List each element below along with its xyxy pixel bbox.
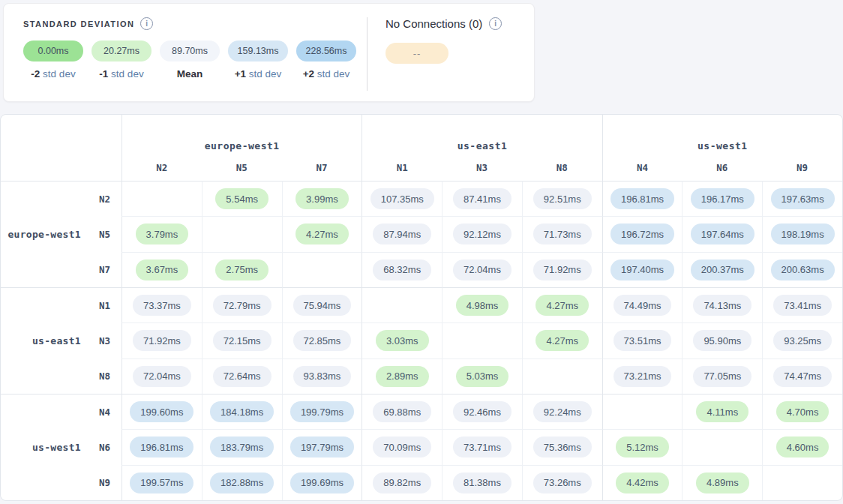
matrix-cell[interactable]: 3.99ms	[282, 181, 362, 216]
latency-pill[interactable]: 196.72ms	[610, 224, 674, 244]
matrix-cell[interactable]: 183.79ms	[202, 429, 282, 464]
latency-pill[interactable]: 200.63ms	[771, 260, 835, 280]
matrix-cell[interactable]: 196.72ms	[602, 216, 682, 251]
matrix-cell[interactable]: 92.24ms	[522, 394, 602, 429]
latency-pill[interactable]: 2.89ms	[376, 366, 429, 387]
latency-pill[interactable]: 4.60ms	[776, 436, 830, 458]
matrix-cell[interactable]: 92.12ms	[442, 216, 522, 251]
matrix-cell[interactable]: 200.63ms	[762, 252, 842, 287]
matrix-cell[interactable]: 4.60ms	[762, 429, 842, 464]
matrix-cell[interactable]: 71.92ms	[522, 252, 602, 287]
latency-pill[interactable]: 200.37ms	[691, 260, 754, 280]
matrix-cell[interactable]: 184.18ms	[202, 394, 282, 429]
latency-pill[interactable]: 72.04ms	[453, 260, 512, 280]
matrix-cell[interactable]: 73.41ms	[762, 287, 842, 322]
latency-pill[interactable]: 3.99ms	[296, 188, 349, 209]
latency-pill[interactable]: 4.11ms	[696, 401, 748, 422]
matrix-cell[interactable]: 197.63ms	[762, 181, 842, 216]
matrix-cell[interactable]: 70.09ms	[362, 429, 442, 464]
legend-pill[interactable]: 0.00ms	[23, 40, 83, 62]
latency-pill[interactable]: 199.60ms	[130, 401, 194, 422]
matrix-cell[interactable]: 72.04ms	[442, 252, 522, 287]
latency-pill[interactable]: 196.81ms	[610, 188, 674, 209]
no-connections-info-icon[interactable]: i	[489, 17, 502, 30]
matrix-cell[interactable]: 196.81ms	[122, 429, 202, 464]
matrix-cell[interactable]: 73.51ms	[602, 322, 682, 358]
legend-pill[interactable]: 20.27ms	[92, 40, 152, 62]
latency-pill[interactable]: 93.25ms	[773, 330, 832, 351]
matrix-cell[interactable]: 199.57ms	[122, 465, 202, 500]
latency-pill[interactable]: 4.98ms	[456, 295, 509, 316]
latency-pill[interactable]: 81.38ms	[453, 472, 512, 494]
latency-pill[interactable]: 68.32ms	[373, 260, 431, 280]
latency-pill[interactable]: 73.26ms	[533, 472, 592, 494]
matrix-cell[interactable]: 5.03ms	[442, 358, 522, 394]
latency-pill[interactable]: 4.27ms	[536, 330, 589, 351]
matrix-cell[interactable]: 92.46ms	[442, 394, 522, 429]
matrix-cell[interactable]: 87.41ms	[442, 181, 522, 216]
matrix-cell[interactable]: 73.26ms	[522, 465, 602, 500]
latency-pill[interactable]: 74.49ms	[614, 295, 672, 316]
latency-pill[interactable]: 69.88ms	[373, 401, 431, 422]
matrix-cell[interactable]: 4.89ms	[682, 465, 762, 500]
latency-pill[interactable]: 3.79ms	[136, 224, 189, 244]
latency-pill[interactable]: 199.69ms	[290, 472, 354, 494]
matrix-cell[interactable]: 81.38ms	[442, 465, 522, 500]
latency-pill[interactable]: 71.92ms	[133, 330, 191, 351]
latency-pill[interactable]: 73.71ms	[453, 436, 512, 458]
matrix-cell[interactable]: 197.40ms	[602, 252, 682, 287]
matrix-cell[interactable]: 2.89ms	[362, 358, 442, 394]
latency-pill[interactable]: 182.88ms	[210, 472, 274, 494]
latency-pill[interactable]: 73.41ms	[773, 295, 832, 316]
latency-pill[interactable]: 5.03ms	[456, 366, 509, 387]
matrix-cell[interactable]: 199.69ms	[282, 465, 362, 500]
legend-pill[interactable]: 89.70ms	[160, 40, 220, 62]
matrix-cell[interactable]: 92.51ms	[522, 181, 602, 216]
latency-pill[interactable]: 71.92ms	[533, 260, 592, 280]
latency-pill[interactable]: 75.94ms	[293, 295, 352, 316]
latency-pill[interactable]: 92.51ms	[533, 188, 592, 209]
latency-pill[interactable]: 199.79ms	[290, 401, 354, 422]
matrix-cell[interactable]: 182.88ms	[202, 465, 282, 500]
latency-pill[interactable]: 4.89ms	[696, 472, 749, 494]
matrix-cell[interactable]: 4.11ms	[682, 394, 762, 429]
matrix-cell[interactable]: 93.25ms	[762, 322, 842, 358]
matrix-cell[interactable]: 93.83ms	[282, 358, 362, 394]
latency-pill[interactable]: 198.19ms	[771, 224, 835, 244]
latency-pill[interactable]: 3.67ms	[136, 260, 189, 280]
matrix-cell[interactable]: 95.90ms	[682, 322, 762, 358]
matrix-cell[interactable]: 196.81ms	[602, 181, 682, 216]
matrix-cell[interactable]: 4.42ms	[602, 465, 682, 500]
legend-pill[interactable]: 228.56ms	[296, 40, 356, 62]
matrix-cell[interactable]: 3.67ms	[122, 252, 202, 287]
latency-pill[interactable]: 72.15ms	[213, 330, 272, 351]
matrix-cell[interactable]: 197.64ms	[682, 216, 762, 251]
matrix-cell[interactable]: 4.27ms	[282, 216, 362, 251]
matrix-cell[interactable]: 72.79ms	[202, 287, 282, 322]
latency-pill[interactable]: 87.41ms	[453, 188, 512, 209]
matrix-cell[interactable]: 89.82ms	[362, 465, 442, 500]
matrix-cell[interactable]: 75.94ms	[282, 287, 362, 322]
matrix-cell[interactable]: 74.13ms	[682, 287, 762, 322]
latency-pill[interactable]: 77.05ms	[693, 366, 752, 387]
matrix-cell[interactable]: 5.12ms	[602, 429, 682, 464]
latency-pill[interactable]: 184.18ms	[210, 401, 274, 422]
latency-pill[interactable]: 197.64ms	[691, 224, 754, 244]
matrix-cell[interactable]: 69.88ms	[362, 394, 442, 429]
latency-pill[interactable]: 72.85ms	[293, 330, 352, 351]
latency-pill[interactable]: 72.64ms	[213, 366, 272, 387]
latency-pill[interactable]: 74.13ms	[693, 295, 752, 316]
matrix-cell[interactable]: 4.27ms	[522, 287, 602, 322]
matrix-cell[interactable]: 199.60ms	[122, 394, 202, 429]
latency-pill[interactable]: 3.03ms	[376, 330, 429, 351]
matrix-cell[interactable]: 72.15ms	[202, 322, 282, 358]
matrix-cell[interactable]: 77.05ms	[682, 358, 762, 394]
latency-pill[interactable]: 107.35ms	[370, 188, 434, 209]
matrix-cell[interactable]: 2.75ms	[202, 252, 282, 287]
latency-pill[interactable]: 197.40ms	[610, 260, 674, 280]
latency-pill[interactable]: 95.90ms	[693, 330, 752, 351]
matrix-cell[interactable]: 74.47ms	[762, 358, 842, 394]
latency-pill[interactable]: 73.21ms	[614, 366, 672, 387]
latency-pill[interactable]: 4.27ms	[536, 295, 589, 316]
latency-pill[interactable]: 183.79ms	[210, 436, 274, 458]
